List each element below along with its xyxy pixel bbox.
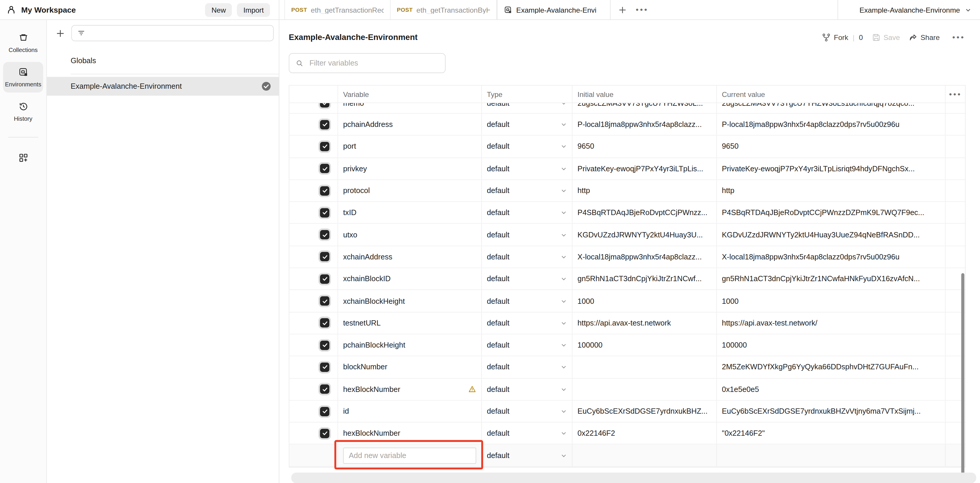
variable-type-select[interactable]: default — [482, 334, 572, 356]
row-checkbox[interactable] — [320, 103, 329, 108]
current-value-cell[interactable]: 9650 — [717, 136, 946, 157]
add-new-variable-input[interactable] — [343, 447, 476, 463]
current-value-cell[interactable]: gn5RhN1aCT3dnCpjYkiJtrZr1NCwfaHNkFyuDX16… — [717, 268, 946, 290]
fork-button[interactable]: Fork | 0 — [822, 33, 863, 42]
table-row[interactable]: protocol default http http — [290, 180, 965, 202]
add-environment-plus-icon[interactable] — [56, 29, 65, 38]
user-icon[interactable] — [6, 5, 16, 15]
tab-environment-active[interactable]: Example-Avalanche-Envi — [497, 0, 611, 19]
save-button[interactable]: Save — [872, 33, 900, 42]
new-button[interactable]: New — [205, 3, 232, 17]
current-value-cell[interactable]: 2ugscLZMA3VV73TgcU7YHZW3oLs1dchfcdrqjq7o… — [717, 103, 946, 114]
vertical-scrollbar-thumb[interactable] — [961, 273, 964, 483]
variable-type-select[interactable]: default — [482, 423, 572, 444]
table-row[interactable]: hexBlockNumber default 0x22146F2 "0x2214… — [290, 423, 965, 445]
more-actions-icon[interactable]: ●●● — [952, 34, 965, 40]
row-checkbox[interactable] — [320, 186, 329, 195]
variable-type-select[interactable]: default — [482, 136, 572, 157]
initial-value-cell[interactable]: P-local18jma8ppw3nhx5r4ap8clazz... — [573, 114, 717, 135]
initial-value-cell[interactable]: 9650 — [573, 136, 717, 157]
tab-overflow-icon[interactable]: ●●● — [636, 7, 649, 12]
initial-value-cell[interactable]: gn5RhN1aCT3dnCpjYkiJtrZr1NCwf... — [573, 268, 717, 290]
initial-value-cell[interactable]: 100000 — [573, 334, 717, 356]
row-checkbox[interactable] — [320, 429, 329, 438]
row-checkbox[interactable] — [320, 164, 329, 173]
add-row-type-select[interactable]: default — [482, 445, 572, 466]
row-checkbox[interactable] — [320, 230, 329, 239]
variable-type-select[interactable]: default — [482, 114, 572, 135]
table-row[interactable]: pchainBlockHeight default 100000 100000 — [290, 334, 965, 356]
environment-selector[interactable]: Example-Avalanche-Environme — [837, 0, 980, 19]
row-checkbox[interactable] — [320, 296, 329, 306]
variable-type-select[interactable]: default — [482, 290, 572, 312]
variable-type-select[interactable]: default — [482, 180, 572, 202]
initial-value-cell[interactable]: 0x22146F2 — [573, 423, 717, 444]
row-checkbox[interactable] — [320, 319, 329, 328]
tab-eth-getTransactionByHash[interactable]: POST eth_getTransactionByHa — [391, 0, 497, 19]
initial-value-cell[interactable]: KGDvUZzdJRWNYTy2ktU4Huay3U... — [573, 224, 717, 245]
variable-type-select[interactable]: default — [482, 158, 572, 179]
row-checkbox[interactable] — [320, 208, 329, 217]
initial-value-cell[interactable]: 2ugscLZMA3VV73TgcU7YHZW3oL... — [573, 103, 717, 114]
environments-filter-box[interactable] — [72, 25, 274, 41]
table-row[interactable]: xchainBlockHeight default 1000 1000 — [290, 290, 965, 312]
initial-value-cell[interactable] — [573, 378, 717, 400]
current-value-cell[interactable]: P-local18jma8ppw3nhx5r4ap8clazz0dps7rv5u… — [717, 114, 946, 135]
row-checkbox[interactable] — [320, 384, 329, 394]
column-options-icon[interactable]: ●●● — [946, 86, 965, 102]
table-row[interactable]: txID default P4SBqRTDAqJBjeRoDvptCCjPWnz… — [290, 202, 965, 224]
row-checkbox[interactable] — [320, 363, 329, 372]
current-value-cell[interactable]: P4SBqRTDAqJBjeRoDvptCCjPWnzzDZPmK9L7WQ7F… — [717, 202, 946, 223]
variable-type-select[interactable]: default — [482, 224, 572, 245]
table-row[interactable]: utxo default KGDvUZzdJRWNYTy2ktU4Huay3U.… — [290, 224, 965, 246]
variable-type-select[interactable]: default — [482, 268, 572, 290]
initial-value-cell[interactable]: X-local18jma8ppw3nhx5r4ap8clazz... — [573, 246, 717, 268]
current-value-cell[interactable]: 2M5ZeKWDYfXkgPg6YyQyka66DDsphvDHtZ7GUFAu… — [717, 356, 946, 378]
horizontal-scrollbar-track[interactable] — [291, 472, 976, 483]
variable-type-select[interactable]: default — [482, 246, 572, 268]
table-row[interactable]: testnetURL default https://api.avax-test… — [290, 312, 965, 334]
variable-type-select[interactable]: default — [482, 202, 572, 223]
share-button[interactable]: Share — [908, 33, 940, 42]
current-value-cell[interactable]: KGDvUZzdJRWNYTy2ktU4Huay3UueZ94qNeBfRASn… — [717, 224, 946, 245]
filter-variables-input[interactable] — [308, 58, 439, 68]
filter-variables-box[interactable] — [289, 53, 445, 73]
table-row[interactable]: privkey default PrivateKey-ewoqjP7PxY4yr… — [290, 158, 965, 180]
table-row[interactable]: blockNumber default 2M5ZeKWDYfXkgPg6YyQy… — [290, 356, 965, 378]
current-value-cell[interactable]: EuCy6bScEXrSdDGSE7yrdnxukBHZvVtjny6ma7VT… — [717, 400, 946, 422]
configure-workspace-button[interactable] — [3, 147, 43, 168]
row-checkbox[interactable] — [320, 274, 329, 284]
sidebar-item-history[interactable]: History — [3, 96, 43, 127]
globals-item[interactable]: Globals — [47, 51, 279, 70]
variable-type-select[interactable]: default — [482, 378, 572, 400]
current-value-cell[interactable]: 100000 — [717, 334, 946, 356]
row-checkbox[interactable] — [320, 406, 329, 416]
current-value-cell[interactable]: PrivateKey-ewoqjP7PxY4yr3iLTpLisriqt94hd… — [717, 158, 946, 179]
table-row[interactable]: port default 9650 9650 — [290, 136, 965, 158]
sidebar-item-collections[interactable]: Collections — [3, 28, 43, 58]
table-row[interactable]: memo default 2ugscLZMA3VV73TgcU7YHZW3oL.… — [290, 103, 965, 114]
current-value-cell[interactable]: X-local18jma8ppw3nhx5r4ap8clazz0dps7rv5u… — [717, 246, 946, 268]
initial-value-cell[interactable]: EuCy6bScEXrSdDGSE7yrdnxukBHZ... — [573, 400, 717, 422]
table-row[interactable]: id default EuCy6bScEXrSdDGSE7yrdnxukBHZ.… — [290, 400, 965, 422]
environment-list-item-selected[interactable]: Example-Avalanche-Environment — [47, 77, 279, 96]
sidebar-item-environments[interactable]: Environments — [3, 62, 43, 92]
row-checkbox[interactable] — [320, 142, 329, 151]
table-row[interactable]: hexBlockNumber default 0x1e5e0e5 — [290, 378, 965, 400]
variable-type-select[interactable]: default — [482, 103, 572, 114]
row-checkbox[interactable] — [320, 341, 329, 350]
current-value-cell[interactable]: https://api.avax-test.network/ — [717, 312, 946, 334]
current-value-cell[interactable]: 0x1e5e0e5 — [717, 378, 946, 400]
initial-value-cell[interactable]: https://api.avax-test.network — [573, 312, 717, 334]
table-row[interactable]: pchainAddress default P-local18jma8ppw3n… — [290, 114, 965, 136]
tab-eth-getTransactionReceipt[interactable]: POST eth_getTransactionRece — [284, 0, 391, 19]
initial-value-cell[interactable]: http — [573, 180, 717, 202]
current-value-cell[interactable]: "0x22146F2" — [717, 423, 946, 444]
row-checkbox[interactable] — [320, 252, 329, 261]
row-checkbox[interactable] — [320, 120, 329, 129]
variable-type-select[interactable]: default — [482, 312, 572, 334]
initial-value-cell[interactable]: 1000 — [573, 290, 717, 312]
import-button[interactable]: Import — [237, 3, 270, 17]
current-value-cell[interactable]: http — [717, 180, 946, 202]
new-tab-plus-icon[interactable] — [618, 5, 627, 14]
